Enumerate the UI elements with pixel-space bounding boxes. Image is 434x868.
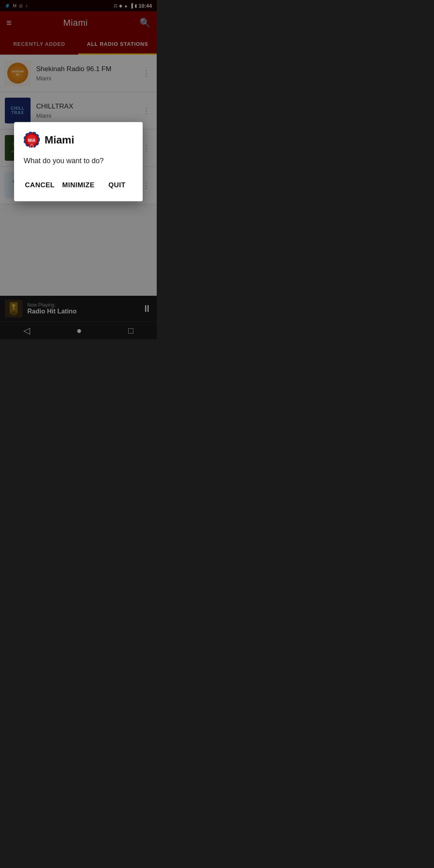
- dialog-message: What do you want to do?: [24, 157, 104, 165]
- cancel-button[interactable]: CANCEL: [20, 177, 59, 193]
- quit-button[interactable]: QUIT: [98, 177, 136, 193]
- dialog-header: MIA Miami: [14, 122, 143, 154]
- dialog-miami-icon: MIA: [24, 132, 40, 148]
- action-dialog: MIA Miami What do you want to do? CANCEL…: [14, 122, 143, 201]
- dialog-body: What do you want to do?: [14, 154, 143, 174]
- dialog-title: Miami: [45, 133, 74, 146]
- dialog-actions: CANCEL MINIMIZE QUIT: [14, 174, 143, 201]
- svg-point-4: [30, 145, 33, 148]
- minimize-button[interactable]: MINIMIZE: [59, 177, 98, 193]
- svg-text:MIA: MIA: [28, 138, 35, 143]
